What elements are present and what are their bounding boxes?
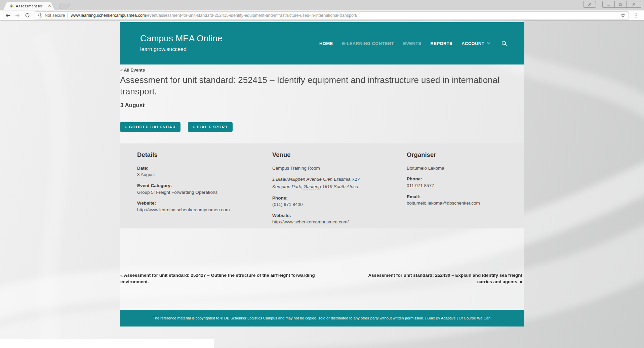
venue-address-rest: 1619 South Africa [322, 184, 358, 189]
details-website-value: http://www.learning.schenkercampusmea.co… [137, 207, 246, 213]
organiser-heading: Organiser [407, 150, 516, 160]
info-icon[interactable] [38, 13, 43, 18]
event-category-value: Group 5: Freight Forwarding Operations [137, 189, 246, 196]
favicon-icon [9, 4, 14, 8]
profile-icon[interactable] [583, 1, 596, 8]
nav-item-account-label: ACCOUNT [461, 41, 484, 46]
details-website-label: Website: [137, 200, 246, 207]
site-brand: Campus MEA Online learn.grow.succeed [140, 33, 223, 52]
main-navigation: HOME E-LEARNING CONTENT EVENTS REPORTS A… [319, 40, 508, 47]
window-controls [583, 1, 641, 8]
browser-tab[interactable]: Assessment for unit stand ✕ [3, 2, 54, 10]
venue-phone-label: Phone: [272, 195, 381, 202]
new-tab-button[interactable] [58, 3, 71, 8]
event-meta-band: Details Date: 3 August Event Category: G… [120, 143, 524, 228]
venue-section: Venue Campus Training Room 1 Blaauwklipp… [255, 150, 390, 228]
venue-address-region: Gauteng [304, 184, 321, 189]
site-footer: The reference material is copyrighted to… [120, 310, 524, 327]
browser-menu-icon[interactable]: ⋮ [632, 12, 641, 18]
ical-export-button[interactable]: + ICAL EXPORT [188, 122, 233, 132]
close-icon[interactable] [627, 1, 641, 8]
tab-title: Assessment for unit stand [16, 4, 47, 8]
date-label: Date: [137, 165, 246, 172]
url-text[interactable]: www.learning.schenkercampusmea.com/event… [71, 13, 620, 18]
venue-address-line1: 1 Blaauwklippen Avenue Glen Erasmia X17 [272, 177, 360, 182]
address-bar[interactable]: Not secure www.learning.schenkercampusme… [35, 11, 629, 19]
bottom-white-strip [0, 339, 214, 348]
details-heading: Details [137, 150, 246, 160]
site-header: Campus MEA Online learn.grow.succeed HOM… [120, 22, 524, 64]
content-column: Campus MEA Online learn.grow.succeed HOM… [120, 20, 524, 327]
organiser-phone-value: 011 971 8577 [407, 182, 516, 189]
nav-item-reports[interactable]: REPORTS [431, 41, 453, 46]
url-separator [67, 13, 68, 18]
url-path: /event/assessment-for-unit-standard-2524… [146, 13, 357, 18]
organiser-email-label: Email: [407, 193, 516, 200]
restore-icon[interactable] [614, 1, 627, 8]
nav-item-elearning-content[interactable]: E-LEARNING CONTENT [342, 41, 394, 46]
calendar-actions: + GOOGLE CALENDAR + ICAL EXPORT [120, 122, 233, 132]
url-domain: www.learning.schenkercampusmea.com [71, 13, 146, 18]
details-section: Details Date: 3 August Event Category: G… [120, 150, 255, 228]
bookmark-star-icon[interactable] [620, 13, 626, 18]
footer-text: The reference material is copyrighted to… [153, 316, 492, 320]
venue-address: 1 Blaauwklippen Avenue Glen Erasmia X17 … [272, 176, 381, 190]
forward-icon[interactable] [13, 11, 22, 20]
nav-item-home[interactable]: HOME [319, 41, 333, 46]
date-link[interactable]: 3 August [137, 172, 155, 177]
next-event-link[interactable]: Assessment for unit standard: 252430 – E… [368, 272, 522, 285]
organiser-phone-label: Phone: [407, 176, 516, 182]
not-secure-label: Not secure [45, 13, 65, 18]
event-title: Assessment for unit standard: 252415 – I… [120, 75, 515, 97]
previous-event-link[interactable]: « Assessment for unit standard: 252427 –… [120, 272, 317, 285]
organiser-name: Boitumelo Lekoma [407, 165, 516, 172]
venue-website-value: http://www.schenkercampusmea.com/ [272, 219, 381, 225]
search-icon[interactable] [501, 40, 508, 47]
browser-tab-bar: Assessment for unit stand ✕ [0, 0, 644, 10]
nav-item-events[interactable]: EVENTS [403, 41, 421, 46]
reload-icon[interactable] [23, 11, 32, 20]
back-icon[interactable] [3, 11, 12, 20]
venue-website-label: Website: [272, 212, 381, 219]
event-category-label: Event Category: [137, 182, 246, 189]
site-title[interactable]: Campus MEA Online [140, 33, 223, 44]
organiser-email-value: boitumelo.lekoma@dbschenker.com [407, 200, 516, 207]
venue-phone-value: (011) 971 8400 [272, 201, 381, 208]
venue-address-city: Kempton Park, [272, 184, 302, 189]
event-date-heading: 3 August [120, 102, 145, 109]
all-events-link[interactable]: « All Events [120, 68, 145, 73]
venue-heading: Venue [272, 150, 381, 160]
nav-item-account[interactable]: ACCOUNT [461, 41, 490, 46]
google-calendar-button[interactable]: + GOOGLE CALENDAR [120, 122, 180, 132]
minimize-icon[interactable] [602, 1, 614, 8]
page-background: Campus MEA Online learn.grow.succeed HOM… [0, 20, 644, 348]
date-value: 3 August [137, 171, 246, 178]
venue-name: Campus Training Room [272, 165, 381, 172]
browser-toolbar: Not secure www.learning.schenkercampusme… [0, 10, 644, 20]
organiser-section: Organiser Boitumelo Lekoma Phone: 011 97… [390, 150, 524, 228]
chevron-down-icon [487, 42, 490, 45]
tab-close-icon[interactable]: ✕ [48, 4, 51, 8]
site-tagline: learn.grow.succeed [140, 46, 223, 52]
